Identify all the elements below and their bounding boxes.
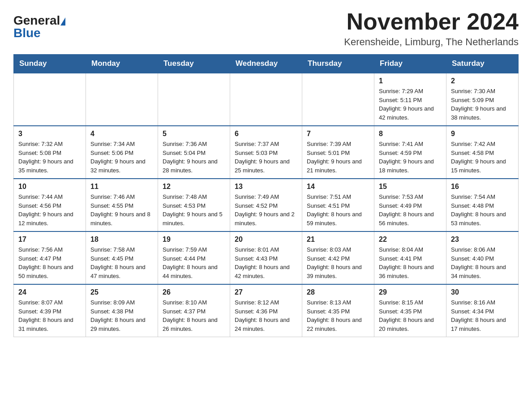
- day-number: 13: [235, 183, 297, 191]
- day-number: 20: [235, 235, 297, 244]
- day-info: Sunrise: 8:09 AMSunset: 4:38 PMDaylight:…: [90, 298, 153, 333]
- weekday-header-sunday: Sunday: [14, 55, 86, 73]
- day-info: Sunrise: 7:32 AMSunset: 5:08 PMDaylight:…: [18, 140, 81, 175]
- day-number: 24: [18, 288, 81, 296]
- day-info: Sunrise: 7:49 AMSunset: 4:52 PMDaylight:…: [235, 193, 297, 227]
- day-number: 5: [163, 130, 225, 138]
- calendar-week-5: 24Sunrise: 8:07 AMSunset: 4:39 PMDayligh…: [14, 284, 519, 337]
- calendar-cell: 1Sunrise: 7:29 AMSunset: 5:11 PMDaylight…: [374, 73, 446, 126]
- weekday-header-tuesday: Tuesday: [158, 55, 230, 73]
- day-number: 19: [163, 235, 225, 244]
- day-number: 15: [379, 183, 442, 191]
- weekday-header-friday: Friday: [374, 55, 446, 73]
- day-number: 2: [451, 77, 514, 85]
- logo-arrow-icon: [60, 17, 65, 26]
- title-block: November 2024 Kerensheide, Limburg, The …: [344, 9, 519, 48]
- day-info: Sunrise: 8:03 AMSunset: 4:42 PMDaylight:…: [307, 245, 369, 280]
- calendar-cell: 25Sunrise: 8:09 AMSunset: 4:38 PMDayligh…: [86, 284, 158, 337]
- day-number: 6: [235, 130, 297, 138]
- day-info: Sunrise: 7:42 AMSunset: 4:58 PMDaylight:…: [451, 140, 514, 175]
- day-number: 11: [90, 183, 153, 191]
- calendar-cell: 8Sunrise: 7:41 AMSunset: 4:59 PMDaylight…: [374, 126, 446, 179]
- calendar-cell: 14Sunrise: 7:51 AMSunset: 4:51 PMDayligh…: [302, 179, 374, 231]
- day-info: Sunrise: 7:36 AMSunset: 5:04 PMDaylight:…: [163, 140, 225, 175]
- calendar-cell: 22Sunrise: 8:04 AMSunset: 4:41 PMDayligh…: [374, 231, 446, 284]
- calendar-cell: 4Sunrise: 7:34 AMSunset: 5:06 PMDaylight…: [86, 126, 158, 179]
- day-info: Sunrise: 7:51 AMSunset: 4:51 PMDaylight:…: [307, 193, 369, 227]
- day-number: 26: [163, 288, 225, 296]
- day-number: 9: [451, 130, 514, 138]
- day-number: 16: [451, 183, 514, 191]
- logo: General Blue: [13, 13, 65, 40]
- calendar-cell: 18Sunrise: 7:58 AMSunset: 4:45 PMDayligh…: [86, 231, 158, 284]
- calendar-cell: 24Sunrise: 8:07 AMSunset: 4:39 PMDayligh…: [14, 284, 86, 337]
- day-number: 3: [18, 130, 81, 138]
- day-number: 8: [379, 130, 442, 138]
- calendar-cell: 11Sunrise: 7:46 AMSunset: 4:55 PMDayligh…: [86, 179, 158, 231]
- day-info: Sunrise: 7:58 AMSunset: 4:45 PMDaylight:…: [90, 245, 153, 280]
- calendar-week-2: 3Sunrise: 7:32 AMSunset: 5:08 PMDaylight…: [14, 126, 519, 179]
- weekday-header-saturday: Saturday: [446, 55, 519, 73]
- day-info: Sunrise: 7:56 AMSunset: 4:47 PMDaylight:…: [18, 245, 81, 280]
- day-info: Sunrise: 8:06 AMSunset: 4:40 PMDaylight:…: [451, 245, 514, 280]
- day-info: Sunrise: 7:39 AMSunset: 5:01 PMDaylight:…: [307, 140, 369, 175]
- day-number: 23: [451, 235, 514, 244]
- day-info: Sunrise: 7:37 AMSunset: 5:03 PMDaylight:…: [235, 140, 297, 175]
- day-info: Sunrise: 7:44 AMSunset: 4:56 PMDaylight:…: [18, 193, 81, 227]
- page-header: General Blue November 2024 Kerensheide, …: [13, 9, 519, 48]
- calendar-cell: 26Sunrise: 8:10 AMSunset: 4:37 PMDayligh…: [158, 284, 230, 337]
- calendar-cell: 19Sunrise: 7:59 AMSunset: 4:44 PMDayligh…: [158, 231, 230, 284]
- calendar-cell: 7Sunrise: 7:39 AMSunset: 5:01 PMDaylight…: [302, 126, 374, 179]
- calendar-table: SundayMondayTuesdayWednesdayThursdayFrid…: [13, 54, 519, 337]
- day-info: Sunrise: 8:13 AMSunset: 4:35 PMDaylight:…: [307, 298, 369, 333]
- day-number: 4: [90, 130, 153, 138]
- calendar-cell: [158, 73, 230, 126]
- calendar-cell: 21Sunrise: 8:03 AMSunset: 4:42 PMDayligh…: [302, 231, 374, 284]
- day-number: 18: [90, 235, 153, 244]
- day-number: 28: [307, 288, 369, 296]
- day-number: 14: [307, 183, 369, 191]
- calendar-week-4: 17Sunrise: 7:56 AMSunset: 4:47 PMDayligh…: [14, 231, 519, 284]
- day-info: Sunrise: 8:07 AMSunset: 4:39 PMDaylight:…: [18, 298, 81, 333]
- calendar-cell: 3Sunrise: 7:32 AMSunset: 5:08 PMDaylight…: [14, 126, 86, 179]
- calendar-cell: 12Sunrise: 7:48 AMSunset: 4:53 PMDayligh…: [158, 179, 230, 231]
- calendar-cell: 28Sunrise: 8:13 AMSunset: 4:35 PMDayligh…: [302, 284, 374, 337]
- day-number: 25: [90, 288, 153, 296]
- day-info: Sunrise: 7:59 AMSunset: 4:44 PMDaylight:…: [163, 245, 225, 280]
- day-number: 29: [379, 288, 442, 296]
- month-title: November 2024: [344, 9, 519, 34]
- calendar-cell: 5Sunrise: 7:36 AMSunset: 5:04 PMDaylight…: [158, 126, 230, 179]
- day-number: 17: [18, 235, 81, 244]
- calendar-cell: [302, 73, 374, 126]
- day-number: 10: [18, 183, 81, 191]
- day-info: Sunrise: 8:15 AMSunset: 4:35 PMDaylight:…: [379, 298, 442, 333]
- day-number: 30: [451, 288, 514, 296]
- calendar-cell: 9Sunrise: 7:42 AMSunset: 4:58 PMDaylight…: [446, 126, 519, 179]
- day-info: Sunrise: 7:46 AMSunset: 4:55 PMDaylight:…: [90, 193, 153, 227]
- calendar-cell: 15Sunrise: 7:53 AMSunset: 4:49 PMDayligh…: [374, 179, 446, 231]
- day-info: Sunrise: 8:10 AMSunset: 4:37 PMDaylight:…: [163, 298, 225, 333]
- calendar-cell: 27Sunrise: 8:12 AMSunset: 4:36 PMDayligh…: [230, 284, 302, 337]
- calendar-cell: 17Sunrise: 7:56 AMSunset: 4:47 PMDayligh…: [14, 231, 86, 284]
- calendar-cell: 20Sunrise: 8:01 AMSunset: 4:43 PMDayligh…: [230, 231, 302, 284]
- calendar-cell: [14, 73, 86, 126]
- calendar-cell: 6Sunrise: 7:37 AMSunset: 5:03 PMDaylight…: [230, 126, 302, 179]
- day-number: 12: [163, 183, 225, 191]
- day-info: Sunrise: 7:30 AMSunset: 5:09 PMDaylight:…: [451, 87, 514, 122]
- weekday-header-thursday: Thursday: [302, 55, 374, 73]
- day-info: Sunrise: 8:04 AMSunset: 4:41 PMDaylight:…: [379, 245, 442, 280]
- day-info: Sunrise: 7:53 AMSunset: 4:49 PMDaylight:…: [379, 193, 442, 227]
- calendar-cell: 30Sunrise: 8:16 AMSunset: 4:34 PMDayligh…: [446, 284, 519, 337]
- calendar-week-3: 10Sunrise: 7:44 AMSunset: 4:56 PMDayligh…: [14, 179, 519, 231]
- calendar-cell: 16Sunrise: 7:54 AMSunset: 4:48 PMDayligh…: [446, 179, 519, 231]
- calendar-cell: 29Sunrise: 8:15 AMSunset: 4:35 PMDayligh…: [374, 284, 446, 337]
- day-info: Sunrise: 7:34 AMSunset: 5:06 PMDaylight:…: [90, 140, 153, 175]
- calendar-cell: 13Sunrise: 7:49 AMSunset: 4:52 PMDayligh…: [230, 179, 302, 231]
- day-info: Sunrise: 7:29 AMSunset: 5:11 PMDaylight:…: [379, 87, 442, 122]
- weekday-header-monday: Monday: [86, 55, 158, 73]
- day-number: 21: [307, 235, 369, 244]
- calendar-cell: 10Sunrise: 7:44 AMSunset: 4:56 PMDayligh…: [14, 179, 86, 231]
- day-info: Sunrise: 8:12 AMSunset: 4:36 PMDaylight:…: [235, 298, 297, 333]
- day-number: 1: [379, 77, 442, 85]
- day-number: 7: [307, 130, 369, 138]
